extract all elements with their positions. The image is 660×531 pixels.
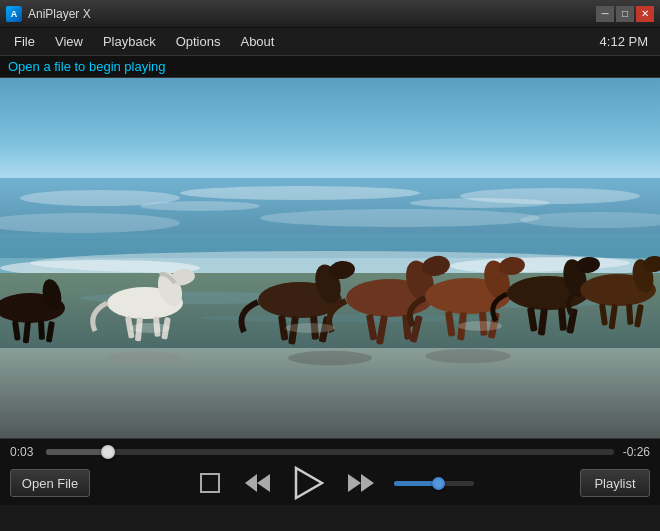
svg-point-13 xyxy=(450,257,660,275)
minimize-button[interactable]: ─ xyxy=(596,6,614,22)
svg-rect-65 xyxy=(38,321,45,340)
svg-point-72 xyxy=(458,321,502,331)
controls-area: 0:03 -0:26 Open File xyxy=(0,438,660,505)
progress-fill xyxy=(46,449,108,455)
app-icon: A xyxy=(6,6,22,22)
menu-about[interactable]: About xyxy=(230,30,284,53)
svg-point-71 xyxy=(285,323,335,333)
play-button[interactable] xyxy=(290,462,328,504)
svg-point-3 xyxy=(180,186,420,200)
time-current: 0:03 xyxy=(10,445,38,459)
svg-point-69 xyxy=(425,349,511,363)
video-area[interactable] xyxy=(0,78,660,438)
video-scene xyxy=(0,78,660,438)
window-controls: ─ □ ✕ xyxy=(596,6,654,22)
progress-thumb[interactable] xyxy=(101,445,115,459)
svg-point-8 xyxy=(260,209,540,227)
svg-point-68 xyxy=(288,351,372,365)
svg-point-70 xyxy=(130,323,170,333)
fastforward-button[interactable] xyxy=(344,468,378,498)
svg-marker-74 xyxy=(245,474,257,492)
maximize-button[interactable]: □ xyxy=(616,6,634,22)
svg-point-5 xyxy=(140,201,260,211)
app-title: AniPlayer X xyxy=(28,7,596,21)
volume-thumb[interactable] xyxy=(432,477,445,490)
status-message: Open a file to begin playing xyxy=(8,59,166,74)
playlist-button[interactable]: Playlist xyxy=(580,469,650,497)
center-controls xyxy=(90,462,580,504)
close-button[interactable]: ✕ xyxy=(636,6,654,22)
svg-marker-76 xyxy=(348,474,361,492)
open-file-button[interactable]: Open File xyxy=(10,469,90,497)
progress-row: 0:03 -0:26 xyxy=(10,445,650,459)
svg-marker-73 xyxy=(257,474,270,492)
play-icon xyxy=(294,466,324,500)
menu-file[interactable]: File xyxy=(4,30,45,53)
volume-track[interactable] xyxy=(394,481,474,486)
time-remaining: -0:26 xyxy=(622,445,650,459)
status-bar: Open a file to begin playing xyxy=(0,56,660,78)
svg-marker-77 xyxy=(361,474,374,492)
menu-options[interactable]: Options xyxy=(166,30,231,53)
stop-icon xyxy=(200,473,220,493)
stop-button[interactable] xyxy=(196,469,224,497)
svg-point-67 xyxy=(107,352,183,365)
menu-bar: File View Playback Options About 4:12 PM xyxy=(0,28,660,56)
rewind-button[interactable] xyxy=(240,468,274,498)
video-canvas xyxy=(0,78,660,438)
time-display: 4:12 PM xyxy=(600,34,656,49)
menu-view[interactable]: View xyxy=(45,30,93,53)
rewind-icon xyxy=(244,472,270,494)
menu-playback[interactable]: Playback xyxy=(93,30,166,53)
title-bar: A AniPlayer X ─ □ ✕ xyxy=(0,0,660,28)
svg-marker-75 xyxy=(296,468,322,498)
buttons-row: Open File xyxy=(10,465,650,501)
fastforward-icon xyxy=(348,472,374,494)
progress-track[interactable] xyxy=(46,449,614,455)
svg-point-6 xyxy=(410,198,550,208)
volume-area xyxy=(394,481,474,486)
